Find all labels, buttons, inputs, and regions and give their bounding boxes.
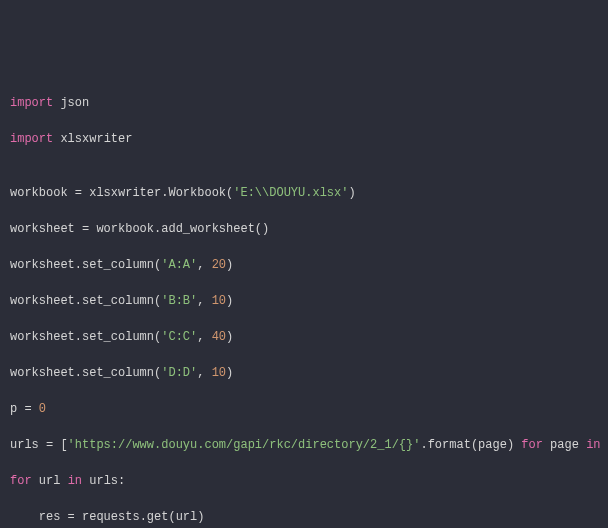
tok: json xyxy=(53,96,89,110)
code-line: worksheet = workbook.add_worksheet() xyxy=(10,220,598,238)
string: 'C:C' xyxy=(161,330,197,344)
tok: .format(page) xyxy=(420,438,521,452)
tok: res = requests.get(url) xyxy=(39,510,205,524)
tok: ) xyxy=(226,258,233,272)
code-line: import json xyxy=(10,94,598,112)
string: 'D:D' xyxy=(161,366,197,380)
tok: ) xyxy=(226,294,233,308)
string: 'E:\\DOUYU.xlsx' xyxy=(233,186,348,200)
number: 20 xyxy=(212,258,226,272)
tok: ) xyxy=(226,330,233,344)
code-line: worksheet.set_column('B:B', 10) xyxy=(10,292,598,310)
tok: urls: xyxy=(82,474,125,488)
tok: ) xyxy=(226,366,233,380)
code-line: workbook = xlsxwriter.Workbook('E:\\DOUY… xyxy=(10,184,598,202)
kw-in: in xyxy=(68,474,82,488)
code-line: import xlsxwriter xyxy=(10,130,598,148)
code-line: res = requests.get(url) xyxy=(10,508,598,526)
tok: worksheet.set_column( xyxy=(10,258,161,272)
kw-import: import xyxy=(10,96,53,110)
code-line: for url in urls: xyxy=(10,472,598,490)
code-line: urls = ['https://www.douyu.com/gapi/rkc/… xyxy=(10,436,598,454)
string: 'B:B' xyxy=(161,294,197,308)
tok: , xyxy=(197,294,211,308)
tok: urls = [ xyxy=(10,438,68,452)
tok: ) xyxy=(348,186,355,200)
kw-for: for xyxy=(521,438,543,452)
string: 'https://www.douyu.com/gapi/rkc/director… xyxy=(68,438,421,452)
tok: worksheet.set_column( xyxy=(10,366,161,380)
number: 10 xyxy=(212,366,226,380)
kw-in: in xyxy=(586,438,600,452)
code-line: p = 0 xyxy=(10,400,598,418)
kw-for: for xyxy=(10,474,32,488)
tok: worksheet.set_column( xyxy=(10,330,161,344)
tok: workbook = xlsxwriter.Workbook( xyxy=(10,186,233,200)
number: 10 xyxy=(212,294,226,308)
code-block: import json import xlsxwriter workbook =… xyxy=(0,72,608,528)
number: 40 xyxy=(212,330,226,344)
tok: url xyxy=(32,474,68,488)
code-line: worksheet.set_column('A:A', 20) xyxy=(10,256,598,274)
tok: , xyxy=(197,258,211,272)
tok: p = xyxy=(10,402,39,416)
tok: xlsxwriter xyxy=(53,132,132,146)
code-line: worksheet.set_column('C:C', 40) xyxy=(10,328,598,346)
tok: ra xyxy=(601,438,608,452)
tok: worksheet.set_column( xyxy=(10,294,161,308)
indent xyxy=(10,510,39,524)
tok: , xyxy=(197,366,211,380)
tok: page xyxy=(543,438,586,452)
tok: , xyxy=(197,330,211,344)
code-line: worksheet.set_column('D:D', 10) xyxy=(10,364,598,382)
string: 'A:A' xyxy=(161,258,197,272)
tok: worksheet = workbook.add_worksheet() xyxy=(10,222,269,236)
kw-import: import xyxy=(10,132,53,146)
number: 0 xyxy=(39,402,46,416)
